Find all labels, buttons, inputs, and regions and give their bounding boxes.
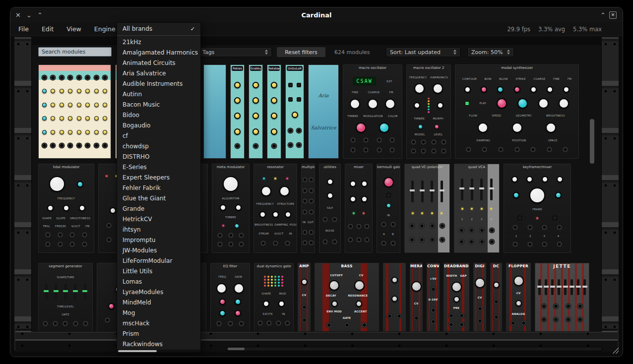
module-card[interactable]: bernoulli gateINAB (377, 164, 400, 253)
module-card[interactable]: utilitiesS&HNOISE (319, 164, 341, 253)
module-card[interactable]: FLOPPERCVANALOG (506, 263, 531, 332)
port-jack (288, 143, 293, 147)
window-close-icon[interactable]: ✕ (15, 7, 21, 22)
tags-dropdown[interactable]: Tags (198, 47, 272, 57)
menu-edit[interactable]: Edit (42, 25, 54, 33)
brand-menu-item[interactable]: Rackwindows (117, 339, 200, 349)
menu-file[interactable]: File (18, 25, 29, 33)
port-jack (432, 149, 436, 153)
brand-menu-item[interactable]: E-Series (117, 162, 200, 172)
reset-filters-button[interactable]: Reset filters (277, 47, 325, 57)
menu-scrollbar-track[interactable] (117, 350, 200, 352)
module-card[interactable]: quad VC-polarizer (404, 164, 450, 253)
brand-menu-item[interactable]: DISTRHO (117, 151, 200, 162)
menu-engine[interactable]: Engine (94, 25, 116, 33)
brand-menu-item[interactable]: Audible Instruments (117, 78, 200, 89)
menu-scrollbar-thumb[interactable] (118, 350, 157, 352)
brand-menu-item[interactable]: Prism (117, 328, 200, 339)
module-control-row (378, 177, 399, 187)
module-card[interactable]: macro oscillator 2FREQUENCYHARMONICSTIMB… (406, 64, 451, 159)
module-card[interactable]: modal synthesizerCONTOURBOWBLOWSTRIKECOA… (455, 64, 579, 159)
brand-menu-item[interactable]: Autinn (117, 89, 200, 99)
module-card[interactable]: Pokies (230, 64, 245, 159)
brand-menu-item[interactable]: Aria Salvatrice (117, 68, 200, 78)
collapse-up-icon[interactable]: ⌃ (600, 7, 606, 22)
module-card[interactable]: quad VCA1234 (454, 164, 500, 253)
module-card[interactable]: DC (490, 263, 502, 332)
brand-menu-item[interactable]: Mog (117, 307, 200, 318)
module-control-row (299, 279, 310, 285)
module-card[interactable]: segment generatorSHAPE/TIMETIME/LEVELGAT… (38, 263, 93, 332)
brand-menu-item[interactable]: JW-Modules (117, 245, 200, 255)
module-card[interactable]: meta modulatorALGORITHMTIMBRE (212, 164, 250, 253)
module-control-row (250, 97, 262, 104)
search-input[interactable] (38, 47, 112, 57)
zoom-dropdown[interactable]: Zoom: 50% (467, 47, 514, 57)
module-card[interactable]: keyframer/mixerFRAME1234 (504, 164, 571, 253)
module-control-row (39, 89, 110, 93)
yellow-knob (85, 89, 90, 93)
module-card[interactable] (38, 64, 111, 159)
brand-menu-item[interactable]: Bogaudio (117, 120, 200, 130)
brand-menu-item[interactable]: Lomas (117, 276, 200, 287)
boxed-close-icon[interactable]: ✕ (609, 7, 617, 22)
vertical-scrollbar-thumb[interactable] (590, 119, 594, 164)
chevron-up-icon[interactable]: ⌃ (37, 7, 43, 22)
module-card[interactable]: multiplesINOUT (301, 164, 315, 253)
horizontal-scrollbar-thumb[interactable] (228, 348, 245, 350)
module-control-row (39, 205, 93, 211)
brand-menu-item[interactable]: Grande (117, 203, 200, 214)
module-card[interactable]: DEADBANDWIDTHGAPPRE (443, 263, 469, 332)
module-card[interactable] (203, 64, 226, 159)
white-knob (49, 176, 65, 192)
port-jack (58, 242, 63, 246)
brand-menu-item[interactable]: Expert Sleepers (117, 172, 200, 182)
menu-view[interactable]: View (66, 25, 81, 33)
module-card[interactable]: UnDuLaR (285, 64, 304, 159)
module-card[interactable]: DIGICV (473, 263, 486, 332)
module-card[interactable]: CONV+5V0-10V (427, 263, 440, 332)
module-card[interactable]: macro oscillatorCSAWEXTFINECOARSEFMTIMBR… (343, 64, 402, 159)
module-card[interactable]: EQ filterFREQGAIN (210, 263, 250, 332)
brand-menu-item[interactable]: Bidoo (117, 110, 200, 120)
brand-menu-item[interactable]: chowdsp (117, 141, 200, 151)
brand-menu-item[interactable]: Animated Circuits (117, 58, 200, 68)
module-control-row: PLAY (456, 98, 578, 109)
brand-menu-item[interactable]: LyraeModules (117, 287, 200, 297)
cpu-max-stat: 5.3% max (573, 26, 602, 33)
brand-menu-item[interactable]: cf (117, 130, 200, 141)
brand-menu-item[interactable]: Glue the Giant (117, 193, 200, 203)
module-card[interactable]: Rotatoes (267, 64, 281, 159)
module-control-row (428, 287, 439, 292)
brand-menu-item[interactable]: Little Utils (117, 266, 200, 276)
brand-menu-item[interactable]: MindMeld (117, 297, 200, 307)
brand-menu-item[interactable]: Bacon Music (117, 99, 200, 110)
sort-dropdown[interactable]: Sort: Last updated (386, 47, 460, 57)
horizontal-scrollbar-track[interactable] (226, 347, 602, 351)
brand-menu-item[interactable]: 21kHz (117, 37, 200, 47)
module-card[interactable] (383, 263, 406, 332)
module-control-row (407, 124, 450, 129)
module-card[interactable]: resonatorFREQUENCYSTRUCTUREBRIGHTNESSDAM… (253, 164, 297, 253)
brand-menu-item[interactable]: HetrickCV (117, 214, 200, 224)
brand-menu-item[interactable]: LifeFormModular (117, 255, 200, 266)
module-card[interactable]: Grabby (249, 64, 263, 159)
module-card[interactable]: mixer (345, 164, 373, 253)
slider (490, 179, 493, 200)
brand-menu-item[interactable]: mscHack (117, 318, 200, 328)
white-knob (263, 301, 269, 307)
brand-menu-item[interactable]: Fehler Fabrik (117, 182, 200, 193)
module-title: multiples (302, 164, 315, 170)
brand-menu-item[interactable]: Impromptu (117, 235, 200, 245)
brand-menu-selected-item[interactable]: All brands ✓ (117, 23, 200, 35)
brand-menu-item[interactable]: Amalgamated Harmonics (117, 47, 200, 58)
chevron-down-icon[interactable]: ⌄ (26, 7, 32, 22)
module-card[interactable]: tidal modulatorFREQUENCYSHAPESLOPESMOOTH… (38, 164, 94, 253)
module-card[interactable]: MERACV (410, 263, 423, 332)
module-card[interactable]: AriaSalvatrice (308, 64, 339, 159)
module-card[interactable]: AMPCV (298, 263, 311, 332)
brand-menu-item[interactable]: ihtsyn (117, 224, 200, 235)
module-card[interactable]: dual dynamics gateSHAPEMODEXCITEIN (254, 263, 294, 332)
module-card[interactable]: BASSCUTOFFCVDECAYRESONANCEENV MODACCENTG… (315, 263, 379, 332)
module-card[interactable]: JETTE (535, 263, 589, 332)
